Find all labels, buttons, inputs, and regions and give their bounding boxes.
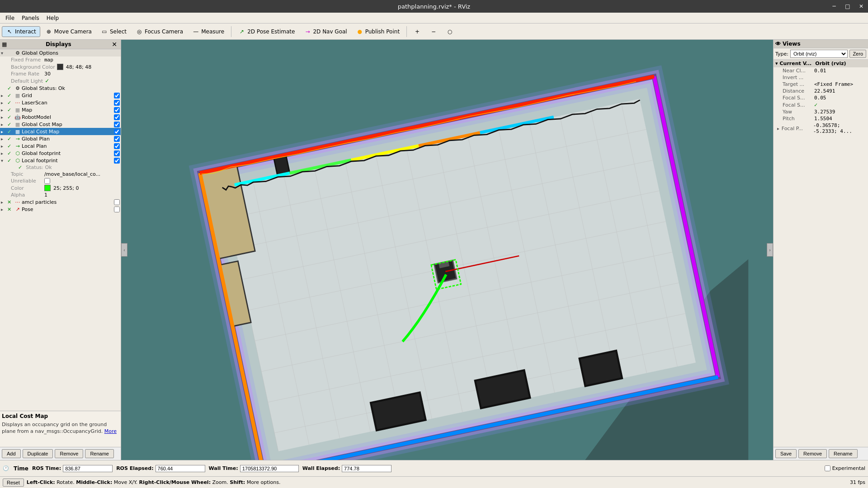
views-panel: 👁 Views Type: Orbit (rviz) Zero ▾ Curren… <box>773 40 868 460</box>
view-prop-target[interactable]: Target ... <Fixed Frame> <box>774 81 868 88</box>
view-prop-distance[interactable]: Distance 22.5491 <box>774 88 868 94</box>
interact-button[interactable]: ↖ Interact <box>2 26 40 37</box>
menu-help[interactable]: Help <box>43 14 62 22</box>
display-sub-lf-topic[interactable]: Topic /move_base/local_co... <box>0 171 121 178</box>
sub-label: Fixed Frame <box>11 57 42 63</box>
rename-button[interactable]: Rename <box>85 449 114 458</box>
wall-elapsed-input[interactable] <box>342 465 392 472</box>
display-item-local-cost-map[interactable]: ▸ ✓ ▦ Local Cost Map <box>0 128 121 135</box>
close-button[interactable]: ✕ <box>854 0 868 13</box>
view-prop-yaw[interactable]: Yaw 3.27539 <box>774 108 868 115</box>
expand-icon: ▸ <box>1 136 6 141</box>
view-prop-focal-point[interactable]: ▸ Focal P... -0.36578; -5.2333; 4... <box>774 122 868 135</box>
prop-value: 1.5504 <box>814 116 832 122</box>
visibility-checkbox[interactable] <box>114 199 120 205</box>
remove-button[interactable]: Remove <box>55 449 83 458</box>
view-prop-focal-scale1[interactable]: Focal S... 0.05 <box>774 94 868 101</box>
display-item-global-status[interactable]: ✓ ⚙ Global Status: Ok <box>0 84 121 92</box>
display-item-pose[interactable]: ▸ ✕ ↗ Pose <box>0 206 121 213</box>
reset-button[interactable]: Reset <box>3 479 24 487</box>
viewport-arrow-left[interactable]: ‹ <box>121 243 127 257</box>
add-button[interactable]: Add <box>2 449 21 458</box>
move-camera-button[interactable]: ⊕ Move Camera <box>41 26 96 37</box>
measure-icon: — <box>192 28 199 35</box>
visibility-checkbox[interactable] <box>114 122 120 127</box>
focus-camera-button[interactable]: ◎ Focus Camera <box>132 26 187 37</box>
display-item-amcl-particles[interactable]: ▸ ✕ ⋯ amcl particles <box>0 198 121 206</box>
view-prop-near-clip[interactable]: Near Cl... 0.01 <box>774 67 868 74</box>
visibility-checkbox[interactable] <box>114 129 120 135</box>
display-item-global-cost-map[interactable]: ▸ ✓ ▦ Global Cost Map <box>0 121 121 128</box>
visibility-checkbox[interactable] <box>114 143 120 149</box>
visibility-checkbox[interactable] <box>114 150 120 156</box>
display-sub-lf-alpha[interactable]: Alpha 1 <box>0 192 121 198</box>
display-item-global-plan[interactable]: ▸ ✓ → Global Plan <box>0 135 121 142</box>
display-sub-bg-color[interactable]: Background Color 48; 48; 48 <box>0 63 121 70</box>
visibility-checkbox[interactable] <box>114 114 120 120</box>
viewport-arrow-right[interactable]: › <box>767 243 773 257</box>
views-rename-button[interactable]: Rename <box>829 449 858 458</box>
display-item-local-plan[interactable]: ▸ ✓ → Local Plan <box>0 142 121 150</box>
prop-label: Invert ... <box>783 75 814 80</box>
timebar: 🕐 Time ROS Time: ROS Elapsed: Wall Time:… <box>0 460 868 476</box>
view-prop-pitch[interactable]: Pitch 1.5504 <box>774 115 868 122</box>
duplicate-button[interactable]: Duplicate <box>23 449 53 458</box>
visibility-checkbox[interactable] <box>114 206 120 212</box>
display-sub-fixed-frame[interactable]: Fixed Frame map <box>0 56 121 63</box>
more-link[interactable]: More <box>104 428 117 434</box>
wall-time-input[interactable] <box>240 465 299 472</box>
ros-elapsed-input[interactable] <box>156 465 205 472</box>
display-sub-default-light[interactable]: Default Light ✓ <box>0 77 121 84</box>
views-zero-button[interactable]: Zero <box>849 50 866 58</box>
views-type-select[interactable]: Orbit (rviz) <box>790 50 848 58</box>
experimental-checkbox[interactable] <box>825 465 830 471</box>
display-item-grid[interactable]: ▸ ✓ ▦ Grid <box>0 92 121 99</box>
select-label: Select <box>110 28 127 35</box>
expand-icon: ▸ <box>1 100 6 105</box>
pose-estimate-button[interactable]: ↗ 2D Pose Estimate <box>234 26 299 37</box>
interact2-button[interactable]: + <box>410 26 425 37</box>
display-item-map[interactable]: ▸ ✓ ▦ Map <box>0 106 121 113</box>
view-prop-focal-scale2[interactable]: Focal S... ✓ <box>774 101 868 108</box>
ros-time-input[interactable] <box>63 465 113 472</box>
view-section-current[interactable]: ▾ Current V... Orbit (rviz) <box>774 60 868 67</box>
display-item-robotmodel[interactable]: ▸ ✓ 🤖 RobotModel <box>0 113 121 121</box>
item-icon: ⬡ <box>14 157 21 164</box>
visibility-checkbox[interactable] <box>114 158 120 164</box>
measure-button[interactable]: — Measure <box>188 26 228 37</box>
visibility-checkbox[interactable] <box>114 100 120 106</box>
visibility-checkbox[interactable] <box>114 107 120 113</box>
publish-point-button[interactable]: ● Publish Point <box>352 26 404 37</box>
title-text: pathplanning.rviz* - RViz <box>398 3 470 10</box>
item-label: Global Options <box>22 50 120 56</box>
minimize-button[interactable]: ─ <box>827 0 841 13</box>
select-button[interactable]: ▭ Select <box>97 26 131 37</box>
circle-button[interactable]: ○ <box>442 26 458 37</box>
visibility-checkbox[interactable] <box>114 93 120 99</box>
display-item-laserscan[interactable]: ▸ ✓ ⋯ LaserScan <box>0 99 121 106</box>
display-item-local-footprint[interactable]: ▾ ✓ ⬡ Local footprint <box>0 157 121 164</box>
move-camera-icon: ⊕ <box>45 28 52 35</box>
menu-file[interactable]: File <box>2 14 18 22</box>
maximize-button[interactable]: □ <box>841 0 854 13</box>
display-item-global-footprint[interactable]: ▸ ✓ ⬡ Global footprint <box>0 150 121 157</box>
nav-goal-button[interactable]: → 2D Nav Goal <box>300 26 351 37</box>
check-icon: ✓ <box>7 136 14 142</box>
minus-button[interactable]: − <box>426 26 441 37</box>
display-sub-frame-rate[interactable]: Frame Rate 30 <box>0 70 121 77</box>
visibility-checkbox[interactable] <box>114 136 120 142</box>
right-click-label: Right-Click/Mouse Wheel: <box>139 479 211 485</box>
view-prop-invert[interactable]: Invert ... <box>774 74 868 81</box>
ros-time-label: ROS Time: <box>32 465 61 471</box>
display-sub-lf-color[interactable]: Color 25; 255; 0 <box>0 184 121 192</box>
display-item-global-options[interactable]: ▾ ⚙ Global Options <box>0 49 121 56</box>
display-sub-lf-unreliable[interactable]: Unreliable <box>0 178 121 184</box>
viewport[interactable]: ‹ › <box>121 40 773 460</box>
displays-close-button[interactable]: ✕ <box>110 41 119 48</box>
menu-panels[interactable]: Panels <box>18 14 43 22</box>
unreliable-checkbox[interactable] <box>44 178 50 184</box>
views-remove-button[interactable]: Remove <box>798 449 827 458</box>
views-save-button[interactable]: Save <box>775 449 797 458</box>
sub-value: map <box>44 57 53 63</box>
prop-value: 0.01 <box>814 68 826 74</box>
